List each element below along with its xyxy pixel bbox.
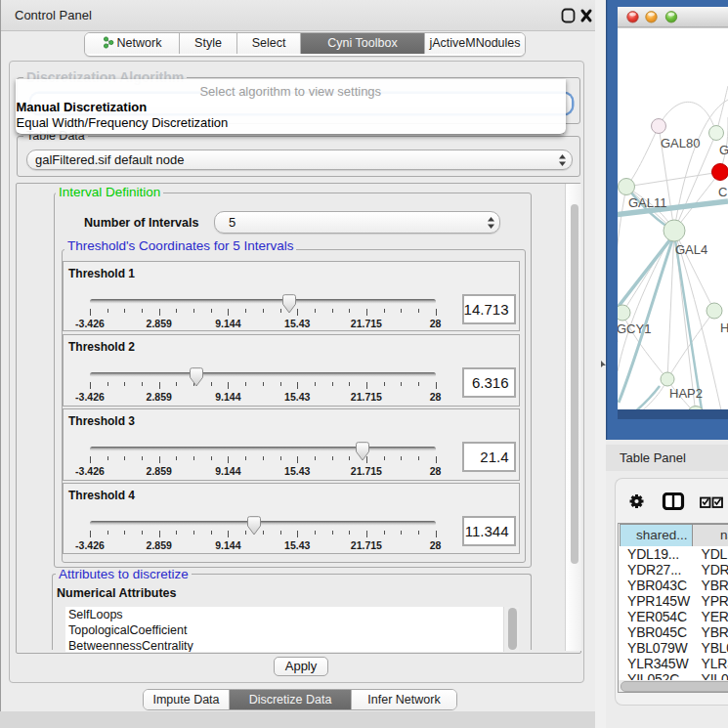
svg-text:C: C [718, 185, 727, 199]
svg-text:HAP2: HAP2 [669, 386, 703, 401]
svg-text:GAL80: GAL80 [661, 136, 700, 150]
svg-text:GA: GA [719, 143, 728, 157]
svg-text:GCY1: GCY1 [617, 321, 651, 336]
svg-text:GAL11: GAL11 [628, 195, 667, 210]
svg-text:H: H [720, 321, 728, 335]
svg-text:GAL4: GAL4 [675, 242, 707, 257]
